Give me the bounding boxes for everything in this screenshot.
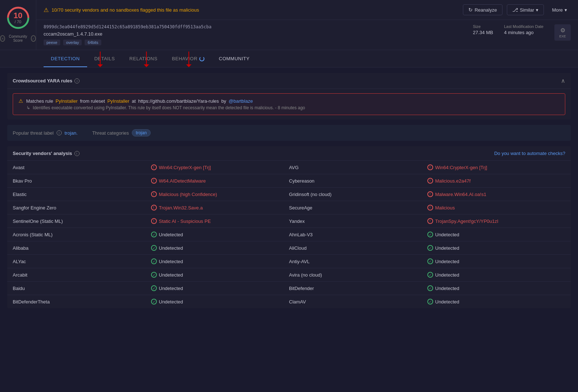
vendor-name: ClamAV xyxy=(289,299,427,305)
status-good-icon: ✓ xyxy=(427,285,433,291)
yara-ruleset-link[interactable]: PyInstaller xyxy=(107,98,130,104)
yara-rule-link[interactable]: PyInstaller xyxy=(56,98,78,104)
tab-relations[interactable]: RELATIONS xyxy=(122,50,164,67)
score-number: 10 xyxy=(13,12,22,20)
vendor-name: SentinelOne (Static ML) xyxy=(13,219,151,224)
threat-section: Popular threat label i trojan. Threat ca… xyxy=(7,125,571,141)
status-good-icon: ✓ xyxy=(151,258,157,264)
vendor-result: !Win64:CrypterX-gen [Trj] xyxy=(151,164,289,170)
header-bottom-row: 8999dc3ea044fe8929d5d1244152c65a891859eb… xyxy=(36,20,578,50)
tab-behavior[interactable]: BEHAVIOR xyxy=(165,50,212,67)
vendors-info-icon[interactable]: i xyxy=(74,151,80,156)
vendor-result: !Malicious.e2a47f xyxy=(427,178,566,184)
vendor-name: Avast xyxy=(13,165,151,170)
vendor-result: ✓Undetected xyxy=(427,299,566,305)
similar-icon: ⎇ xyxy=(512,7,518,13)
vendor-name: Alibaba xyxy=(13,245,151,251)
vendor-result: ✓Undetected xyxy=(427,245,566,251)
threat-category-badge: trojan xyxy=(132,129,151,136)
yara-info-icon[interactable]: i xyxy=(74,78,80,83)
yara-matches-text: Matches rule PyInstaller from ruleset Py… xyxy=(26,98,254,104)
arrow-right-icon: ↳ xyxy=(27,105,30,110)
vendor-result: ✓Undetected xyxy=(151,258,289,264)
status-bad-icon: ! xyxy=(151,205,157,211)
vendor-row: Sangfor Engine Zero!Trojan.Win32.Save.aS… xyxy=(7,201,571,214)
status-good-icon: ✓ xyxy=(151,245,157,251)
vendor-name: Baidu xyxy=(13,286,151,291)
status-good-icon: ✓ xyxy=(151,272,157,278)
status-good-icon: ✓ xyxy=(427,272,433,278)
alert-text: 10/70 security vendors and no sandboxes … xyxy=(52,7,463,13)
score-text: 10 / 70 xyxy=(13,12,22,24)
yara-header: Crowdsourced YARA rules i ∧ xyxy=(7,73,571,89)
file-type-icon: ⚙ EXE xyxy=(554,24,571,41)
vendor-result: ✓Undetected xyxy=(151,245,289,251)
tab-details[interactable]: DETAILS xyxy=(87,50,122,67)
vendor-result: ✓Undetected xyxy=(151,232,289,237)
yara-rule-line1: ⚠ Matches rule PyInstaller from ruleset … xyxy=(19,98,559,104)
x-circle-icon: ✕ xyxy=(0,35,5,42)
vendor-name: Bkav Pro xyxy=(13,178,151,184)
vendor-name: AhnLab-V3 xyxy=(289,232,427,237)
tags-container: peexe overlay 64bits xyxy=(44,40,211,45)
size-value: 27.34 MB xyxy=(473,30,493,35)
yara-description: ↳ Identifies executable converted using … xyxy=(27,105,559,110)
automate-link[interactable]: Do you want to automate checks? xyxy=(494,151,565,156)
vendor-result: ✓Undetected xyxy=(151,272,289,278)
vendor-name: AliCloud xyxy=(289,245,427,251)
status-good-icon: ✓ xyxy=(427,299,433,305)
yara-rule-box: ⚠ Matches rule PyInstaller from ruleset … xyxy=(13,93,565,115)
vendor-result: ✓Undetected xyxy=(427,258,566,264)
vendor-result: ✓Undetected xyxy=(151,285,289,291)
vendor-name: BitDefender xyxy=(289,286,427,291)
similar-button[interactable]: ⎇ Similar ▾ xyxy=(507,4,544,15)
status-bad-icon: ! xyxy=(427,218,433,224)
chevron-down-icon: ▾ xyxy=(536,7,538,13)
vendor-name: Arcabit xyxy=(13,272,151,278)
tab-community[interactable]: COMMUNITY xyxy=(212,50,257,67)
vendor-row: ALYac✓UndetectedAntiy-AVL✓Undetected xyxy=(7,254,571,268)
status-bad-icon: ! xyxy=(151,164,157,170)
tag-overlay[interactable]: overlay xyxy=(63,40,82,45)
vendors-header: Security vendors' analysis i Do you want… xyxy=(7,146,571,160)
yara-section: Crowdsourced YARA rules i ∧ ⚠ Matches ru… xyxy=(7,73,571,119)
vendor-name: Sangfor Engine Zero xyxy=(13,205,151,211)
vendor-name: BitDefenderTheta xyxy=(13,299,151,305)
vendor-result: ✓Undetected xyxy=(427,272,566,278)
more-button[interactable]: More ▾ xyxy=(548,5,571,15)
tab-detection[interactable]: DETECTION xyxy=(44,50,87,67)
main-hash: 8999dc3ea044fe8929d5d1244152c65a891859eb… xyxy=(44,24,211,29)
tag-64bits[interactable]: 64bits xyxy=(85,40,101,45)
threat-info-icon[interactable]: i xyxy=(57,130,62,135)
status-good-icon: ✓ xyxy=(151,285,157,291)
vendor-row: BitDefenderTheta✓UndetectedClamAV✓Undete… xyxy=(7,295,571,308)
yara-author-link[interactable]: @bartblaze xyxy=(229,98,253,104)
reanalyze-button[interactable]: ↻ Reanalyze xyxy=(463,4,502,15)
vendor-name: Elastic xyxy=(13,192,151,197)
yara-collapse-button[interactable]: ∧ xyxy=(561,77,565,84)
status-good-icon: ✓ xyxy=(427,232,433,237)
vendor-row: Alibaba✓UndetectedAliCloud✓Undetected xyxy=(7,241,571,254)
score-circle: 10 / 70 xyxy=(6,5,30,30)
threat-label-value: trojan. xyxy=(65,130,78,136)
status-good-icon: ✓ xyxy=(427,245,433,251)
status-good-icon: ✓ xyxy=(151,299,157,305)
status-good-icon: ✓ xyxy=(427,258,433,264)
vendor-name: Cybereason xyxy=(289,178,427,184)
vendor-row: SentinelOne (Static ML)!Static AI - Susp… xyxy=(7,214,571,228)
vendor-row: Elastic!Malicious (high Confidence)Gridi… xyxy=(7,187,571,201)
exe-label: EXE xyxy=(559,34,566,38)
vendors-section: Security vendors' analysis i Do you want… xyxy=(7,146,571,308)
threat-categories-text: Threat categories xyxy=(92,130,129,136)
file-hashes: 8999dc3ea044fe8929d5d1244152c65a891859eb… xyxy=(44,24,211,45)
yara-warning-icon: ⚠ xyxy=(19,98,23,104)
tag-peexe[interactable]: peexe xyxy=(44,40,60,45)
vendor-result: !Malicious (high Confidence) xyxy=(151,191,289,197)
threat-label-text: Popular threat label xyxy=(13,130,54,136)
vendor-name: SecureAge xyxy=(289,205,427,211)
vendors-title: Security vendors' analysis xyxy=(13,151,72,156)
chevron-down-icon-more: ▾ xyxy=(565,7,567,13)
vendor-result: !TrojanSpy.Agent!gcY/YP0u1zI xyxy=(427,218,566,224)
yara-url-link[interactable]: https://github.com/bartblaze/Yara-rules xyxy=(138,98,219,104)
status-bad-icon: ! xyxy=(427,178,433,184)
